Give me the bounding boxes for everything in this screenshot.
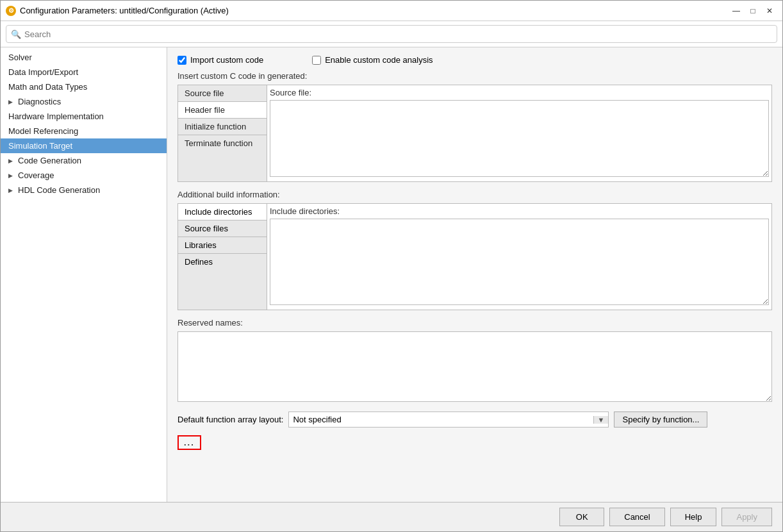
minimize-button[interactable]: —: [729, 3, 744, 19]
import-custom-code-checkbox-label[interactable]: Import custom code: [177, 55, 263, 65]
tab-defines[interactable]: Defines: [178, 254, 267, 270]
default-fn-row: Default function array layout: Not speci…: [177, 411, 772, 428]
sidebar-item-hdl-code-gen[interactable]: HDL Code Generation: [1, 183, 167, 197]
tab-initialize-function[interactable]: Initialize function: [178, 119, 267, 135]
cancel-button[interactable]: Cancel: [609, 508, 664, 526]
maximize-button[interactable]: □: [745, 3, 761, 19]
sidebar-item-code-generation[interactable]: Code Generation: [1, 153, 167, 168]
source-file-textarea[interactable]: [270, 100, 769, 177]
default-fn-label: Default function array layout:: [177, 415, 283, 424]
code-tab-content: Source file:: [267, 85, 772, 182]
main-content: Solver Data Import/Export Math and Data …: [1, 47, 782, 502]
include-dirs-textarea[interactable]: [270, 219, 769, 305]
sidebar-item-simulation-target[interactable]: Simulation Target: [1, 138, 167, 153]
help-button[interactable]: Help: [670, 508, 717, 526]
sidebar-item-solver[interactable]: Solver: [1, 50, 167, 65]
sidebar-item-hardware-impl[interactable]: Hardware Implementation: [1, 109, 167, 124]
search-input[interactable]: [6, 25, 777, 43]
title-bar: ⚙ Configuration Parameters: untitled/Con…: [1, 1, 782, 21]
import-custom-code-checkbox[interactable]: [177, 56, 186, 65]
apply-button[interactable]: Apply: [721, 508, 772, 526]
build-tab-content: Include directories:: [267, 203, 772, 310]
select-arrow-icon: ▼: [593, 416, 609, 424]
build-section: Additional build information: Include di…: [177, 190, 772, 310]
code-tab-list: Source file Header file Initialize funct…: [177, 85, 267, 182]
search-bar: 🔍: [1, 21, 782, 47]
search-icon: 🔍: [11, 29, 21, 39]
source-file-content-label: Source file:: [270, 88, 769, 97]
window-title: Configuration Parameters: untitled/Confi…: [20, 6, 229, 15]
reserved-names-label: Reserved names:: [177, 318, 772, 328]
build-tabs-section: Include directories Source files Librari…: [177, 203, 772, 310]
reserved-names-textarea[interactable]: [177, 331, 772, 402]
insert-label: Insert custom C code in generated:: [177, 71, 772, 81]
default-fn-select[interactable]: Not specified Column-major Row-major: [289, 412, 593, 427]
build-tab-list: Include directories Source files Librari…: [177, 203, 267, 310]
close-button[interactable]: ✕: [762, 3, 777, 19]
build-label: Additional build information:: [177, 190, 772, 199]
ellipsis-button[interactable]: ...: [177, 435, 201, 450]
main-window: ⚙ Configuration Parameters: untitled/Con…: [0, 0, 783, 532]
sidebar: Solver Data Import/Export Math and Data …: [1, 47, 167, 502]
ellipsis-row: ...: [177, 435, 772, 450]
sidebar-item-math-data-types[interactable]: Math and Data Types: [1, 79, 167, 94]
tab-include-dirs[interactable]: Include directories: [178, 204, 267, 220]
panel: Import custom code Enable custom code an…: [167, 47, 782, 502]
app-icon: ⚙: [6, 6, 16, 16]
reserved-section: Reserved names:: [177, 318, 772, 404]
default-fn-select-wrapper: Not specified Column-major Row-major ▼: [288, 411, 609, 428]
tab-source-files[interactable]: Source files: [178, 220, 267, 237]
sidebar-item-diagnostics[interactable]: Diagnostics: [1, 94, 167, 109]
code-tabs-section: Source file Header file Initialize funct…: [177, 85, 772, 182]
sidebar-item-coverage[interactable]: Coverage: [1, 168, 167, 183]
title-bar-left: ⚙ Configuration Parameters: untitled/Con…: [6, 6, 229, 16]
title-bar-controls: — □ ✕: [729, 3, 777, 19]
enable-custom-code-checkbox-label[interactable]: Enable custom code analysis: [312, 55, 433, 65]
sidebar-item-data-import-export[interactable]: Data Import/Export: [1, 65, 167, 79]
top-options-row: Import custom code Enable custom code an…: [177, 55, 772, 65]
tab-source-file[interactable]: Source file: [178, 85, 267, 102]
search-wrapper: 🔍: [6, 25, 777, 43]
enable-custom-code-checkbox[interactable]: [312, 56, 321, 65]
bottom-bar: OK Cancel Help Apply: [1, 502, 782, 531]
sidebar-item-model-referencing[interactable]: Model Referencing: [1, 124, 167, 138]
specify-by-function-button[interactable]: Specify by function...: [614, 411, 707, 428]
tab-terminate-function[interactable]: Terminate function: [178, 135, 267, 151]
tab-libraries[interactable]: Libraries: [178, 237, 267, 254]
include-dirs-label: Include directories:: [270, 206, 769, 216]
ok-button[interactable]: OK: [559, 508, 604, 526]
tab-header-file[interactable]: Header file: [178, 102, 267, 119]
